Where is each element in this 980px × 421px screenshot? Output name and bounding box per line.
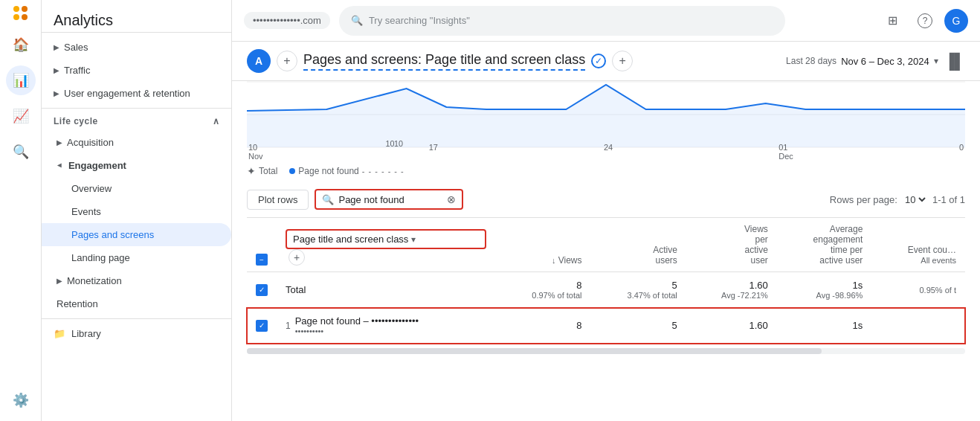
rows-per-page: Rows per page: 10 25 50 1-1 of 1 (830, 193, 965, 206)
nav-acquisition[interactable]: ▶ Acquisition (42, 131, 231, 154)
app-title: Analytics (54, 12, 113, 29)
td-total-engagement: 1s Avg -98.96% (777, 272, 872, 308)
dimension-col-chevron: ▾ (411, 234, 416, 245)
td-total-views-per-user: 1.60 Avg -72.21% (686, 272, 777, 308)
help-icon[interactable]: ? (912, 7, 938, 34)
x-label-17: 17 (429, 143, 438, 161)
library-icon: 📁 (54, 328, 65, 339)
x-label-right: 0 (959, 143, 964, 161)
chart-area: 10 10 10Nov 17 24 01Dec 0 ✦ Total (232, 81, 980, 181)
dimension-column-header[interactable]: Page title and screen class ▾ (286, 229, 486, 249)
td-total-events: 0.95% of t (871, 272, 965, 308)
nav-acquisition-label: Acquisition (67, 137, 114, 148)
date-range-selector[interactable]: Last 28 days Nov 6 – Dec 3, 2024 ▾ (786, 56, 938, 67)
legend-pnf-label: Page not found (298, 166, 358, 176)
table-section: Plot rows 🔍 ⊗ Rows per page: 10 25 50 1-… (232, 181, 980, 421)
th-dimension: Page title and screen class ▾ + (277, 218, 495, 272)
chevron-right-icon: ▶ (54, 66, 59, 74)
search-placeholder: Try searching "Insights" (369, 15, 470, 26)
legend-total: ✦ Total (247, 165, 277, 177)
lifecycle-label: Life cycle (54, 116, 98, 126)
account-selector[interactable]: ••••••••••••••.com (244, 12, 330, 29)
content-area: A + Pages and screens: Page title and sc… (232, 42, 980, 421)
rows-per-page-label: Rows per page: (830, 194, 897, 205)
sidebar-settings-icon[interactable]: ⚙️ (6, 385, 36, 415)
x-label-24: 24 (604, 143, 613, 161)
lifecycle-collapse-icon[interactable]: ∧ (213, 116, 220, 126)
search-icon: 🔍 (351, 15, 363, 26)
avatar[interactable]: G (944, 9, 968, 33)
date-range-label: Last 28 days (786, 56, 836, 66)
lifecycle-section: Life cycle ∧ (42, 112, 231, 131)
td-total-views: 8 0.97% of total (495, 272, 590, 308)
nav-engagement[interactable]: ▼ Engagement (42, 154, 231, 177)
td-row1-checkbox: ✓ (247, 308, 277, 344)
grid-icon[interactable]: ⊞ (879, 7, 906, 34)
legend-pnf-dot (289, 168, 295, 174)
nav-pages-and-screens[interactable]: Pages and screens (42, 223, 231, 246)
td-total-checkbox: ✓ (247, 272, 277, 308)
nav-sales[interactable]: ▶ Sales (42, 36, 231, 59)
sidebar-reports-icon[interactable]: 📊 (6, 65, 36, 95)
total-row: ✓ Total 8 0.97% of total 5 3.47% of tota… (247, 272, 965, 308)
data-table: − Page title and screen class ▾ + ↓ View… (247, 218, 965, 344)
row1-checkbox[interactable]: ✓ (256, 320, 268, 332)
report-circle-a: A (247, 49, 271, 73)
th-avg-engagement: Averageengagementtime peractive user (777, 218, 872, 272)
report-add-button[interactable]: + (612, 51, 633, 71)
sidebar-search-icon[interactable]: 🔍 (6, 137, 36, 167)
th-event-count: Event cou…All events (871, 218, 965, 272)
chart-legend: ✦ Total Page not found - - - - - - - (247, 161, 965, 181)
td-row1-active-users: 5 (591, 308, 686, 344)
total-checkbox[interactable]: ✓ (256, 284, 268, 296)
nav-pages-label: Pages and screens (71, 229, 154, 240)
chevron-right-icon: ▶ (54, 89, 59, 97)
chart-toggle-icon[interactable]: ▐▌ (944, 53, 965, 70)
chevron-right-icon: ▶ (57, 277, 62, 285)
nav-retention[interactable]: Retention (42, 292, 231, 315)
add-column-button[interactable]: + (288, 249, 305, 266)
td-row1-label: 1 Page not found – •••••••••••••• ••••••… (277, 308, 495, 344)
nav-panel: Analytics ▶ Sales ▶ Traffic ▶ User engag… (42, 0, 232, 421)
svg-text:10: 10 (386, 140, 395, 148)
select-all-checkbox[interactable]: − (256, 254, 268, 266)
td-row1-views-per-user: 1.60 (686, 308, 777, 344)
global-search[interactable]: 🔍 Try searching "Insights" (339, 6, 785, 36)
nav-landing-label: Landing page (71, 252, 130, 263)
th-views-per-user: Viewsperactiveuser (686, 218, 777, 272)
nav-events[interactable]: Events (42, 200, 231, 223)
clear-search-icon[interactable]: ⊗ (447, 193, 456, 205)
nav-traffic-label: Traffic (64, 65, 90, 76)
search-filter-input[interactable] (338, 194, 442, 205)
rows-per-page-select[interactable]: 10 25 50 (902, 193, 928, 206)
sidebar-explore-icon[interactable]: 📈 (6, 101, 36, 131)
sidebar-home-icon[interactable]: 🏠 (6, 30, 36, 60)
nav-overview[interactable]: Overview (42, 177, 231, 200)
legend-page-not-found: Page not found - - - - - - - (289, 166, 404, 176)
th-active-users: Activeusers (591, 218, 686, 272)
nav-user-engagement[interactable]: ▶ User engagement & retention (42, 82, 231, 105)
nav-user-engagement-label: User engagement & retention (64, 88, 190, 99)
nav-traffic[interactable]: ▶ Traffic (42, 59, 231, 82)
chevron-right-icon: ▶ (54, 43, 59, 51)
date-range-value: Nov 6 – Dec 3, 2024 (841, 56, 929, 67)
nav-library[interactable]: 📁 Library (42, 322, 231, 345)
sidebar: 🏠 📊 📈 🔍 ⚙️ (0, 0, 42, 421)
topbar-right: ⊞ ? G (879, 7, 968, 34)
report-check-icon[interactable]: ✓ (591, 54, 606, 68)
nav-landing-page[interactable]: Landing page (42, 246, 231, 269)
td-row1-engagement: 1s (777, 308, 872, 344)
plot-rows-button[interactable]: Plot rows (247, 190, 309, 210)
td-total-active-users: 5 3.47% of total (591, 272, 686, 308)
horizontal-scrollbar[interactable] (247, 348, 965, 354)
nav-monetization-label: Monetization (67, 275, 122, 286)
chart-svg: 10 10 (247, 81, 965, 148)
add-comparison-button[interactable]: + (277, 51, 297, 71)
legend-dashes: - - - - - - - (362, 167, 404, 176)
topbar: ••••••••••••••.com 🔍 Try searching "Insi… (232, 0, 980, 42)
report-title: Pages and screens: Page title and screen… (303, 52, 585, 71)
chevron-right-icon: ▶ (57, 138, 62, 147)
search-filter[interactable]: 🔍 ⊗ (315, 189, 463, 210)
th-checkbox: − (247, 218, 277, 272)
nav-monetization[interactable]: ▶ Monetization (42, 269, 231, 292)
